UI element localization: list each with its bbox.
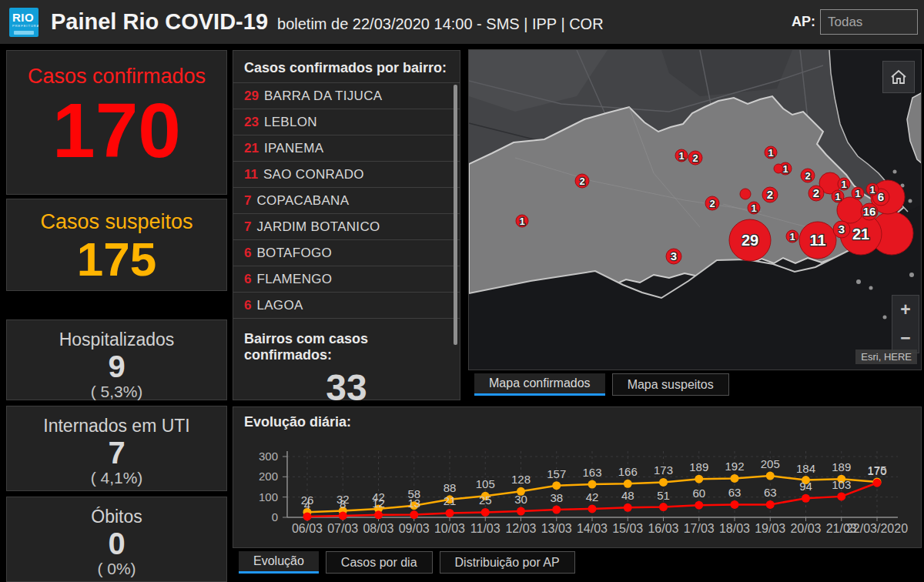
y-tick-label: 100 [259, 490, 278, 503]
list-item[interactable]: 29BARRA DA TIJUCA [233, 83, 460, 109]
data-label: 26 [301, 493, 314, 507]
case-bubble-label: 2 [709, 198, 715, 209]
bairros-total-title: Bairros com casos confirmados: [244, 331, 449, 363]
logo-text: RIO [12, 11, 34, 24]
confirmed-cases-panel: Casos confirmados 170 [6, 50, 227, 195]
x-tick-label: 12/03 [505, 522, 536, 535]
list-item[interactable]: 21IPANEMA [233, 135, 460, 162]
bairro-count: 7 [244, 193, 251, 209]
case-bubble[interactable] [740, 189, 751, 199]
case-bubble-label: 1 [768, 147, 773, 159]
data-point[interactable] [766, 472, 775, 480]
suspected-cases-value: 175 [77, 236, 156, 283]
bairro-count: 21 [244, 141, 259, 156]
data-point[interactable] [837, 492, 845, 500]
tab-casos-por-dia[interactable]: Casos por dia [326, 551, 433, 574]
x-tick-label: 08/03 [363, 522, 393, 535]
case-bubble-label: 2 [692, 152, 698, 164]
data-point[interactable] [873, 479, 882, 487]
tab-distribuicao-ap[interactable]: Distribuição por AP [440, 551, 575, 574]
data-point[interactable] [481, 508, 490, 517]
data-point[interactable] [446, 509, 454, 517]
data-point[interactable] [624, 503, 632, 512]
data-point[interactable] [552, 505, 561, 513]
ap-select[interactable]: Todas [820, 9, 918, 35]
y-tick-label: 200 [259, 470, 278, 483]
map-canvas[interactable]: 292111616332222221111111111 [469, 50, 922, 370]
case-bubble[interactable] [774, 164, 783, 173]
list-item[interactable]: 6BOTAFOGO [233, 240, 460, 266]
case-bubble-label: 1 [841, 179, 846, 190]
case-bubble-label: 2 [805, 170, 810, 182]
list-item[interactable]: 7JARDIM BOTANICO [233, 214, 460, 240]
list-item[interactable]: 6LAGOA [233, 293, 460, 319]
map-island [869, 286, 873, 290]
list-item[interactable]: 23LEBLON [233, 109, 460, 135]
bairro-name: JARDIM BOTANICO [256, 219, 380, 235]
tab-evolucao[interactable]: Evolução [239, 551, 319, 574]
zoom-out-button[interactable]: − [892, 324, 919, 353]
bairro-name: IPANEMA [264, 141, 323, 156]
map-home-button[interactable] [882, 61, 915, 93]
data-label: 94 [799, 480, 812, 493]
list-item[interactable]: 7COPACABANA [233, 188, 460, 214]
y-tick-label: 300 [259, 450, 278, 463]
icu-panel: Internados em UTI 7 ( 4,1%) [6, 406, 227, 491]
zoom-in-button[interactable]: + [892, 296, 919, 324]
data-point[interactable] [517, 507, 525, 516]
data-label: 48 [621, 489, 634, 502]
data-label: 63 [728, 486, 742, 499]
x-tick-label: 13/03 [541, 522, 572, 535]
header-titles: Painel Rio COVID-19 boletim de 22/03/202… [51, 9, 604, 35]
case-bubble-label: 6 [878, 190, 884, 203]
list-item[interactable]: 11SAO CONRADO [233, 162, 460, 188]
icu-value: 7 [108, 436, 125, 469]
data-label: 38 [550, 491, 563, 504]
list-item[interactable]: 6FLAMENGO [233, 266, 460, 293]
data-point[interactable] [802, 494, 810, 503]
data-label: 88 [444, 481, 457, 494]
data-point[interactable] [731, 500, 739, 509]
data-label: 189 [689, 460, 708, 473]
data-label: 157 [547, 467, 566, 480]
data-point[interactable] [374, 510, 383, 519]
map-panel[interactable]: 292111616332222221111111111 + − Esri, HE… [468, 49, 922, 370]
data-label: 166 [618, 465, 638, 478]
bairro-name: BARRA DA TIJUCA [264, 89, 382, 104]
case-bubble-label: 2 [579, 176, 584, 187]
data-point[interactable] [410, 510, 418, 519]
list-scrollbar[interactable] [454, 85, 457, 345]
ap-filter: AP: Todas [792, 9, 918, 35]
map-island [909, 273, 914, 277]
data-point[interactable] [588, 480, 597, 489]
data-point[interactable] [695, 501, 703, 510]
data-point[interactable] [695, 475, 703, 483]
x-tick-label: 10/03 [434, 522, 465, 535]
data-point[interactable] [588, 504, 597, 513]
deaths-value: 0 [108, 527, 125, 560]
tab-mapa-confirmados[interactable]: Mapa confirmados [474, 373, 605, 396]
data-label: 163 [582, 466, 601, 479]
data-point[interactable] [659, 478, 668, 487]
map-attribution: Esri, HERE [855, 350, 917, 364]
case-bubble-label: 11 [809, 232, 825, 249]
x-tick-label: 11/03 [470, 522, 500, 535]
data-point[interactable] [766, 500, 775, 509]
x-tick-label: 15/03 [612, 522, 643, 535]
evolution-line-chart[interactable]: 010020030006/0307/0308/0309/0310/0311/03… [233, 407, 921, 547]
hospitalized-panel: Hospitalizados 9 ( 5,3%) [6, 319, 227, 400]
x-tick-label: 17/03 [684, 522, 715, 535]
data-label: 51 [657, 489, 670, 502]
data-point[interactable] [303, 512, 312, 520]
data-point[interactable] [731, 474, 739, 483]
tab-mapa-suspeitos[interactable]: Mapa suspeitos [612, 373, 729, 396]
case-bubble-label: 29 [742, 232, 758, 249]
data-point[interactable] [624, 480, 632, 488]
data-point[interactable] [339, 511, 347, 520]
data-point[interactable] [552, 481, 561, 490]
case-bubble-label: 1 [835, 191, 840, 202]
ap-filter-label: AP: [792, 14, 815, 30]
data-point[interactable] [659, 503, 668, 511]
x-tick-label: 09/03 [399, 522, 430, 535]
data-label: 30 [514, 493, 527, 506]
